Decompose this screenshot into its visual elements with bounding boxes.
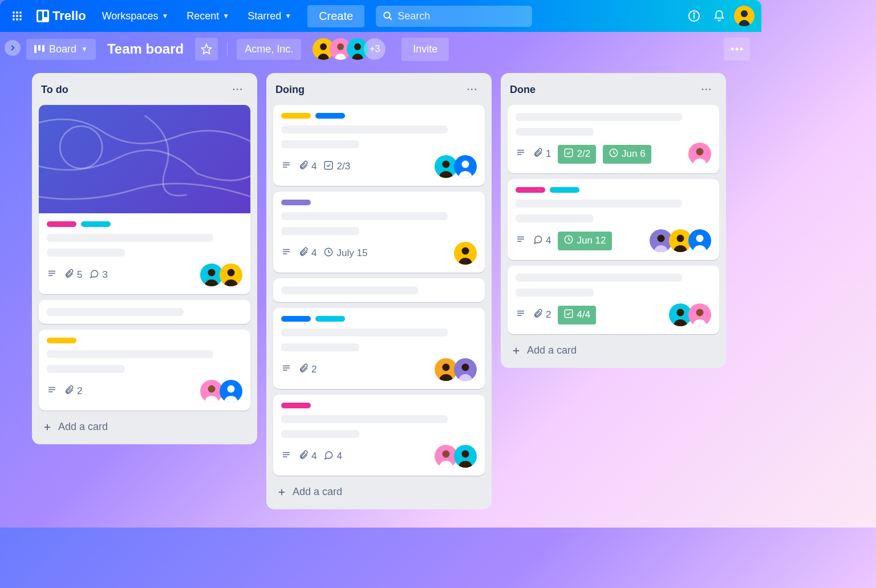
card[interactable]: 4July 15 [273,192,485,273]
nav-starred[interactable]: Starred▼ [241,6,298,27]
attachment-icon [64,385,74,398]
card[interactable]: 2 [39,330,250,411]
label[interactable] [281,200,311,205]
card[interactable]: 4Jun 12 [508,179,719,260]
card-body: 4July 15 [273,192,485,273]
member-avatar[interactable] [220,263,242,286]
label[interactable] [516,187,545,193]
list-menu-button[interactable]: ··· [230,82,246,97]
expand-sidebar-button[interactable] [5,40,21,56]
card[interactable]: 12/2Jun 6 [508,105,719,173]
label[interactable] [281,316,311,322]
apps-menu-button[interactable] [7,6,27,26]
label[interactable] [281,113,311,119]
card[interactable]: 44 [273,395,485,476]
board-menu-button[interactable] [724,38,750,60]
svg-point-13 [694,13,695,14]
list-menu-button[interactable]: ··· [699,82,715,97]
card[interactable] [39,300,250,324]
search-bar[interactable] [376,6,532,27]
create-button[interactable]: Create [307,5,364,27]
label[interactable] [47,221,76,227]
label[interactable] [47,338,76,343]
card[interactable]: 42/3 [273,105,485,186]
more-icon [731,47,743,51]
badge-text: 4 [311,451,317,462]
list-title[interactable]: Doing [275,84,305,96]
card-members [454,242,477,265]
checklist-icon [563,309,574,322]
description-icon [516,234,526,248]
member-avatar[interactable] [454,358,477,381]
card-members [669,303,711,326]
svg-point-8 [19,18,22,21]
card[interactable]: 53 [39,105,250,294]
list-menu-button[interactable]: ··· [465,82,480,97]
list-header: To do ··· [39,80,250,99]
svg-point-20 [337,43,344,50]
list-title[interactable]: Done [510,84,536,96]
board-title[interactable]: Team board [102,41,189,57]
card-labels [281,316,477,322]
svg-point-23 [736,48,739,51]
card[interactable] [273,278,485,302]
attachment-icon [298,363,309,376]
workspace-link[interactable]: Acme, Inc. [237,39,301,60]
label[interactable] [81,221,111,227]
info-button[interactable] [684,6,704,26]
badge-text: 2 [77,386,82,397]
clock-icon [609,148,619,161]
svg-point-5 [19,15,22,17]
invite-button[interactable]: Invite [402,38,449,61]
label[interactable] [315,113,345,119]
card-badges: 2 [281,363,317,376]
card-labels [516,187,711,193]
member-avatar[interactable] [454,445,477,468]
trello-logo[interactable]: Trello [32,9,91,23]
list-title[interactable]: To do [41,84,68,96]
placeholder-text [281,343,359,351]
member-avatar[interactable] [688,143,711,165]
star-board-button[interactable] [195,38,218,60]
badge-text: 4 [336,451,342,462]
card-members [650,229,711,252]
label[interactable] [315,316,345,322]
svg-rect-16 [38,45,40,51]
board-view-switcher[interactable]: Board ▼ [26,39,96,60]
card-footer: 44 [281,445,477,468]
search-input[interactable] [398,10,525,22]
svg-point-34 [208,386,216,393]
more-members-button[interactable]: +3 [364,38,386,60]
svg-point-4 [16,15,18,17]
member-avatar[interactable] [688,303,711,326]
add-card-button[interactable]: Add a card [508,340,719,361]
svg-point-1 [16,11,18,14]
card-body: 42/3 [273,105,485,186]
attachment-badge: 4 [298,160,317,173]
member-avatar[interactable] [454,242,477,265]
add-card-label: Add a card [293,486,342,498]
board-canvas[interactable]: To do ···532Add a card Doing ···42/34Jul… [0,66,761,516]
member-avatar[interactable] [454,155,477,178]
member-avatar[interactable] [220,380,242,403]
add-card-button[interactable]: Add a card [39,416,250,437]
plus-icon [511,346,521,356]
chevron-right-icon [9,44,17,52]
description-badge [516,148,526,161]
badge-text: 4 [311,161,317,172]
card-badges: 53 [47,269,108,282]
chevron-down-icon: ▼ [285,12,291,20]
card[interactable]: 24/4 [508,266,719,334]
member-avatar[interactable] [688,229,711,252]
add-card-button[interactable]: Add a card [273,481,485,502]
attachment-icon [533,309,543,322]
label[interactable] [550,187,579,193]
nav-workspaces[interactable]: Workspaces▼ [95,6,176,27]
card[interactable]: 2 [273,308,485,389]
chevron-down-icon: ▼ [161,12,168,20]
nav-recent[interactable]: Recent▼ [180,6,236,27]
notifications-button[interactable] [709,6,729,26]
list: Doing ···42/34July 15244Add a card [266,73,492,509]
label[interactable] [281,403,311,408]
user-avatar[interactable] [734,6,755,26]
